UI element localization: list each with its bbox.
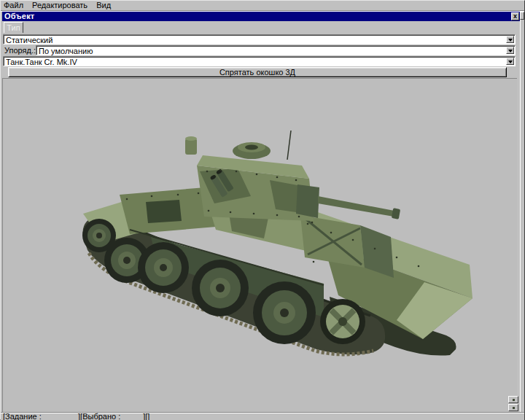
panel-titlebar[interactable]: Объект x	[2, 12, 520, 21]
right-edge-strip	[520, 12, 524, 412]
panel-title: Объект	[4, 12, 34, 20]
menu-file[interactable]: Файл	[4, 1, 23, 10]
type-combobox[interactable]: Статический	[3, 34, 516, 44]
scroll-glyph-icon	[513, 407, 515, 409]
chevron-down-icon	[508, 61, 513, 63]
tab-strip: Тип	[2, 21, 520, 33]
object-combobox[interactable]: Танк.Танк Cr. Mk.IV	[3, 56, 516, 66]
menu-edit[interactable]: Редактировать	[32, 1, 88, 10]
object-panel: Объект x Тип Статический Упоряд.: По умо…	[2, 12, 520, 412]
hide-3d-window-button[interactable]: Спрятать окошко 3Д	[8, 67, 507, 77]
status-task: [Задание :	[3, 413, 76, 420]
order-combobox-value: По умолчанию	[39, 47, 505, 55]
viewport-3d[interactable]	[2, 78, 517, 412]
status-tail: ][]	[143, 413, 149, 420]
viewport-scroll-up-button[interactable]	[508, 396, 518, 403]
viewport-scroll-down-button[interactable]	[508, 404, 518, 411]
status-selected: ][Выбрано :	[78, 413, 141, 420]
chevron-down-icon	[508, 39, 513, 42]
status-bar: [Задание : ][Выбрано : ][]	[1, 412, 524, 420]
menu-view[interactable]: Вид	[96, 1, 111, 10]
object-combobox-arrow-button[interactable]	[506, 58, 514, 65]
tab-type[interactable]: Тип	[4, 22, 23, 33]
type-combobox-value: Статический	[6, 36, 505, 44]
order-combobox[interactable]: По умолчанию	[36, 45, 516, 55]
scroll-glyph-icon	[513, 399, 515, 401]
app-window: Файл Редактировать Вид Объект x Тип Стат…	[0, 0, 525, 420]
menu-bar: Файл Редактировать Вид	[1, 1, 524, 10]
type-combobox-arrow-button[interactable]	[506, 36, 514, 43]
object-combobox-value: Танк.Танк Cr. Mk.IV	[6, 58, 505, 66]
order-combobox-arrow-button[interactable]	[506, 47, 514, 54]
order-label: Упоряд.:	[4, 45, 36, 55]
tank-render	[82, 129, 475, 370]
close-button[interactable]: x	[511, 12, 519, 20]
side-strip-button[interactable]	[520, 12, 524, 20]
chevron-down-icon	[508, 50, 513, 52]
